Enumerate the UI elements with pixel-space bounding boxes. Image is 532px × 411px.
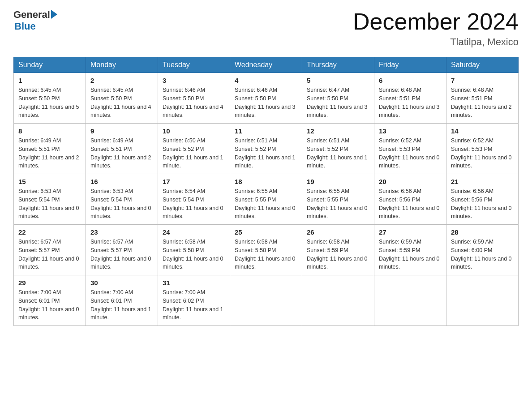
day-number: 8 — [18, 127, 81, 135]
col-monday: Monday — [86, 57, 158, 73]
day-info: Sunrise: 6:53 AMSunset: 5:54 PMDaylight:… — [18, 187, 81, 221]
day-number: 6 — [379, 77, 442, 84]
day-info: Sunrise: 6:47 AMSunset: 5:50 PMDaylight:… — [307, 86, 369, 120]
day-info: Sunrise: 6:58 AMSunset: 5:59 PMDaylight:… — [307, 238, 369, 271]
table-row: 5 Sunrise: 6:47 AMSunset: 5:50 PMDayligh… — [302, 73, 374, 124]
calendar-week-row: 15 Sunrise: 6:53 AMSunset: 5:54 PMDaylig… — [14, 174, 519, 225]
page-header: General Blue December 2024 Tlatilpa, Mex… — [13, 9, 519, 48]
day-number: 13 — [379, 127, 442, 135]
day-number: 22 — [18, 228, 81, 236]
day-number: 1 — [18, 77, 81, 84]
table-row — [230, 275, 302, 326]
day-number: 23 — [90, 228, 153, 236]
table-row: 24 Sunrise: 6:58 AMSunset: 5:58 PMDaylig… — [158, 225, 230, 275]
calendar-week-row: 22 Sunrise: 6:57 AMSunset: 5:57 PMDaylig… — [14, 225, 519, 275]
day-info: Sunrise: 6:48 AMSunset: 5:51 PMDaylight:… — [451, 86, 514, 120]
day-number: 24 — [163, 228, 225, 236]
day-info: Sunrise: 6:49 AMSunset: 5:51 PMDaylight:… — [18, 137, 81, 170]
day-info: Sunrise: 6:52 AMSunset: 5:53 PMDaylight:… — [451, 137, 514, 170]
table-row: 27 Sunrise: 6:59 AMSunset: 5:59 PMDaylig… — [374, 225, 446, 275]
col-friday: Friday — [374, 57, 446, 73]
day-info: Sunrise: 6:51 AMSunset: 5:52 PMDaylight:… — [307, 137, 369, 170]
col-tuesday: Tuesday — [158, 57, 230, 73]
day-number: 29 — [18, 279, 81, 287]
day-info: Sunrise: 6:56 AMSunset: 5:56 PMDaylight:… — [451, 187, 514, 221]
day-info: Sunrise: 6:59 AMSunset: 5:59 PMDaylight:… — [379, 238, 442, 271]
day-number: 11 — [235, 127, 297, 135]
table-row: 1 Sunrise: 6:45 AMSunset: 5:50 PMDayligh… — [14, 73, 86, 124]
table-row: 21 Sunrise: 6:56 AMSunset: 5:56 PMDaylig… — [446, 174, 519, 225]
day-info: Sunrise: 6:45 AMSunset: 5:50 PMDaylight:… — [18, 86, 81, 120]
table-row: 23 Sunrise: 6:57 AMSunset: 5:57 PMDaylig… — [86, 225, 158, 275]
day-number: 2 — [90, 77, 153, 84]
day-info: Sunrise: 6:53 AMSunset: 5:54 PMDaylight:… — [90, 187, 153, 221]
calendar-week-row: 1 Sunrise: 6:45 AMSunset: 5:50 PMDayligh… — [14, 73, 519, 124]
table-row: 29 Sunrise: 7:00 AMSunset: 6:01 PMDaylig… — [14, 275, 86, 326]
day-number: 7 — [451, 77, 514, 84]
day-number: 12 — [307, 127, 369, 135]
day-info: Sunrise: 6:49 AMSunset: 5:51 PMDaylight:… — [90, 137, 153, 170]
day-number: 30 — [90, 279, 153, 287]
day-info: Sunrise: 6:55 AMSunset: 5:55 PMDaylight:… — [235, 187, 297, 221]
col-wednesday: Wednesday — [230, 57, 302, 73]
col-saturday: Saturday — [446, 57, 519, 73]
day-number: 4 — [235, 77, 297, 84]
table-row — [446, 275, 519, 326]
day-number: 16 — [90, 178, 153, 185]
day-info: Sunrise: 6:57 AMSunset: 5:57 PMDaylight:… — [18, 238, 81, 271]
day-number: 27 — [379, 228, 442, 236]
table-row: 28 Sunrise: 6:59 AMSunset: 6:00 PMDaylig… — [446, 225, 519, 275]
calendar-table: Sunday Monday Tuesday Wednesday Thursday… — [13, 57, 519, 326]
table-row: 7 Sunrise: 6:48 AMSunset: 5:51 PMDayligh… — [446, 73, 519, 124]
day-info: Sunrise: 6:58 AMSunset: 5:58 PMDaylight:… — [235, 238, 297, 271]
day-info: Sunrise: 6:52 AMSunset: 5:53 PMDaylight:… — [379, 137, 442, 170]
day-info: Sunrise: 6:54 AMSunset: 5:54 PMDaylight:… — [163, 187, 225, 221]
table-row: 2 Sunrise: 6:45 AMSunset: 5:50 PMDayligh… — [86, 73, 158, 124]
table-row: 8 Sunrise: 6:49 AMSunset: 5:51 PMDayligh… — [14, 124, 86, 174]
day-info: Sunrise: 6:59 AMSunset: 6:00 PMDaylight:… — [451, 238, 514, 271]
table-row: 17 Sunrise: 6:54 AMSunset: 5:54 PMDaylig… — [158, 174, 230, 225]
table-row: 19 Sunrise: 6:55 AMSunset: 5:55 PMDaylig… — [302, 174, 374, 225]
table-row: 13 Sunrise: 6:52 AMSunset: 5:53 PMDaylig… — [374, 124, 446, 174]
title-section: December 2024 Tlatilpa, Mexico — [353, 9, 519, 48]
day-info: Sunrise: 7:00 AMSunset: 6:01 PMDaylight:… — [90, 288, 153, 322]
table-row: 26 Sunrise: 6:58 AMSunset: 5:59 PMDaylig… — [302, 225, 374, 275]
day-info: Sunrise: 6:58 AMSunset: 5:58 PMDaylight:… — [163, 238, 225, 271]
day-info: Sunrise: 6:48 AMSunset: 5:51 PMDaylight:… — [379, 86, 442, 120]
table-row: 6 Sunrise: 6:48 AMSunset: 5:51 PMDayligh… — [374, 73, 446, 124]
day-number: 26 — [307, 228, 369, 236]
day-info: Sunrise: 6:50 AMSunset: 5:52 PMDaylight:… — [163, 137, 225, 170]
table-row: 10 Sunrise: 6:50 AMSunset: 5:52 PMDaylig… — [158, 124, 230, 174]
day-number: 31 — [163, 279, 225, 287]
logo: General Blue — [13, 9, 57, 32]
table-row: 3 Sunrise: 6:46 AMSunset: 5:50 PMDayligh… — [158, 73, 230, 124]
day-info: Sunrise: 7:00 AMSunset: 6:01 PMDaylight:… — [18, 288, 81, 322]
day-number: 25 — [235, 228, 297, 236]
table-row: 31 Sunrise: 7:00 AMSunset: 6:02 PMDaylig… — [158, 275, 230, 326]
table-row: 11 Sunrise: 6:51 AMSunset: 5:52 PMDaylig… — [230, 124, 302, 174]
table-row: 25 Sunrise: 6:58 AMSunset: 5:58 PMDaylig… — [230, 225, 302, 275]
logo-blue-text: Blue — [13, 21, 57, 32]
month-title: December 2024 — [353, 9, 519, 34]
day-info: Sunrise: 6:57 AMSunset: 5:57 PMDaylight:… — [90, 238, 153, 271]
table-row: 22 Sunrise: 6:57 AMSunset: 5:57 PMDaylig… — [14, 225, 86, 275]
calendar-header-row: Sunday Monday Tuesday Wednesday Thursday… — [14, 57, 519, 73]
table-row — [374, 275, 446, 326]
day-info: Sunrise: 6:46 AMSunset: 5:50 PMDaylight:… — [163, 86, 225, 120]
table-row — [302, 275, 374, 326]
day-info: Sunrise: 6:45 AMSunset: 5:50 PMDaylight:… — [90, 86, 153, 120]
calendar-week-row: 8 Sunrise: 6:49 AMSunset: 5:51 PMDayligh… — [14, 124, 519, 174]
table-row: 12 Sunrise: 6:51 AMSunset: 5:52 PMDaylig… — [302, 124, 374, 174]
col-thursday: Thursday — [302, 57, 374, 73]
table-row: 14 Sunrise: 6:52 AMSunset: 5:53 PMDaylig… — [446, 124, 519, 174]
table-row: 18 Sunrise: 6:55 AMSunset: 5:55 PMDaylig… — [230, 174, 302, 225]
table-row: 30 Sunrise: 7:00 AMSunset: 6:01 PMDaylig… — [86, 275, 158, 326]
location-text: Tlatilpa, Mexico — [353, 36, 519, 48]
col-sunday: Sunday — [14, 57, 86, 73]
day-info: Sunrise: 6:46 AMSunset: 5:50 PMDaylight:… — [235, 86, 297, 120]
day-number: 9 — [90, 127, 153, 135]
day-number: 28 — [451, 228, 514, 236]
calendar-week-row: 29 Sunrise: 7:00 AMSunset: 6:01 PMDaylig… — [14, 275, 519, 326]
day-number: 20 — [379, 178, 442, 185]
day-number: 21 — [451, 178, 514, 185]
